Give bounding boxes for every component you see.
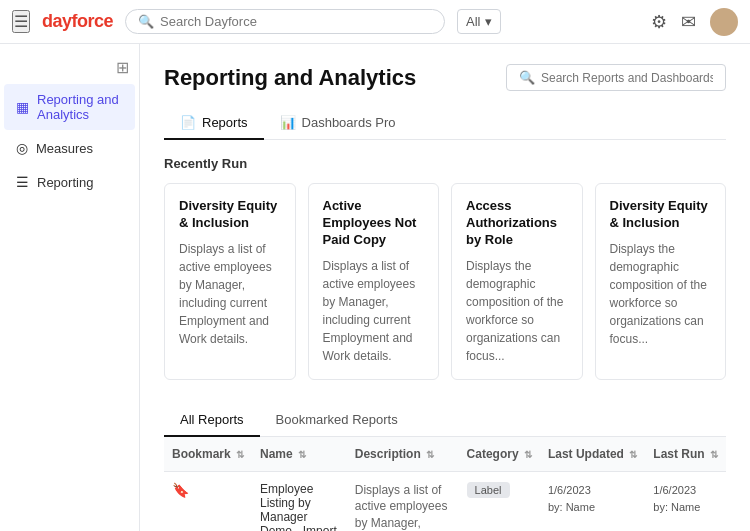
circle-icon: ◎ [16, 140, 28, 156]
cell-category-0: Label [459, 471, 540, 531]
col-description: Description ⇅ [347, 437, 459, 472]
col-last-updated: Last Updated ⇅ [540, 437, 645, 472]
recent-card-0[interactable]: Diversity Equity & Inclusion Displays a … [164, 183, 296, 380]
report-desc-0: Displays a list of active employees by M… [355, 483, 448, 531]
col-name: Name ⇅ [252, 437, 347, 472]
report-name-0[interactable]: Employee Listing by Manager Demo - Impor… [260, 482, 337, 531]
sort-icon-last-run[interactable]: ⇅ [710, 449, 718, 460]
sidebar-item-reporting-analytics[interactable]: ▦ Reporting and Analytics [4, 84, 135, 130]
sidebar-collapse-area: ⊞ [0, 52, 139, 83]
sort-icon-desc[interactable]: ⇅ [426, 449, 434, 460]
user-avatar[interactable] [710, 8, 738, 36]
recently-run-title: Recently Run [164, 156, 726, 171]
col-category: Category ⇅ [459, 437, 540, 472]
main-tabs: 📄 Reports 📊 Dashboards Pro [164, 107, 726, 140]
reports-table: Bookmark ⇅ Name ⇅ Description ⇅ Category… [164, 437, 726, 531]
settings-icon[interactable]: ⚙ [651, 11, 667, 33]
sort-icon-category[interactable]: ⇅ [524, 449, 532, 460]
bookmark-icon-0[interactable]: 🔖 [172, 482, 189, 498]
card-title-1: Active Employees Not Paid Copy [323, 198, 425, 249]
logo-text: dayforce [42, 11, 113, 32]
sidebar-item-label-measures: Measures [36, 141, 93, 156]
recent-card-3[interactable]: Diversity Equity & Inclusion Displays th… [595, 183, 727, 380]
recently-run-section: Recently Run Diversity Equity & Inclusio… [164, 156, 726, 380]
cell-last-updated-0: 1/6/2023by: Name [540, 471, 645, 531]
main-content: Reporting and Analytics 🔍 📄 Reports 📊 Da… [140, 44, 750, 531]
bookmarked-reports-label: Bookmarked Reports [276, 412, 398, 427]
logo: dayforce [42, 11, 113, 32]
tab-reports[interactable]: 📄 Reports [164, 107, 264, 140]
page-title: Reporting and Analytics [164, 65, 416, 91]
chevron-down-icon: ▾ [485, 14, 492, 29]
sidebar: ⊞ ▦ Reporting and Analytics ◎ Measures ☰… [0, 44, 140, 531]
card-title-3: Diversity Equity & Inclusion [610, 198, 712, 232]
category-badge-0: Label [467, 482, 510, 498]
card-desc-1: Displays a list of active employees by M… [323, 257, 425, 365]
table-header-row: Bookmark ⇅ Name ⇅ Description ⇅ Category… [164, 437, 726, 472]
chart-icon: ▦ [16, 99, 29, 115]
col-bookmark: Bookmark ⇅ [164, 437, 252, 472]
search-reports-icon: 🔍 [519, 70, 535, 85]
global-search-input[interactable] [160, 14, 432, 29]
last-run-0: 1/6/2023by: Name [653, 482, 718, 517]
doc-icon: ☰ [16, 174, 29, 190]
table-row: 🔖 Employee Listing by Manager Demo - Imp… [164, 471, 726, 531]
card-title-2: Access Authorizations by Role [466, 198, 568, 249]
sort-icon-bookmark[interactable]: ⇅ [236, 449, 244, 460]
app-layout: ⊞ ▦ Reporting and Analytics ◎ Measures ☰… [0, 44, 750, 531]
global-search-bar[interactable]: 🔍 [125, 9, 445, 34]
sort-icon-updated[interactable]: ⇅ [629, 449, 637, 460]
last-updated-0: 1/6/2023by: Name [548, 482, 637, 517]
recently-run-cards: Diversity Equity & Inclusion Displays a … [164, 183, 726, 380]
reports-tabs: All Reports Bookmarked Reports [164, 404, 726, 437]
recent-card-2[interactable]: Access Authorizations by Role Displays t… [451, 183, 583, 380]
reports-tab-all[interactable]: All Reports [164, 404, 260, 437]
sidebar-item-measures[interactable]: ◎ Measures [4, 132, 135, 164]
reports-tab-bookmarked[interactable]: Bookmarked Reports [260, 404, 414, 437]
all-dropdown[interactable]: All ▾ [457, 9, 500, 34]
recent-card-1[interactable]: Active Employees Not Paid Copy Displays … [308, 183, 440, 380]
nav-icons: ⚙ ✉ [651, 8, 738, 36]
tab-dashboards-label: Dashboards Pro [302, 115, 396, 130]
cell-bookmark-0[interactable]: 🔖 [164, 471, 252, 531]
reports-search-input[interactable] [541, 71, 713, 85]
cell-desc-0: Displays a list of active employees by M… [347, 471, 459, 531]
sidebar-item-reporting[interactable]: ☰ Reporting [4, 166, 135, 198]
top-nav: ☰ dayforce 🔍 All ▾ ⚙ ✉ [0, 0, 750, 44]
hamburger-button[interactable]: ☰ [12, 10, 30, 33]
card-desc-0: Displays a list of active employees by M… [179, 240, 281, 348]
cell-last-run-0: 1/6/2023by: Name [645, 471, 726, 531]
page-header: Reporting and Analytics 🔍 [164, 64, 726, 91]
reports-tab-icon: 📄 [180, 115, 196, 130]
col-last-run: Last Run ⇅ [645, 437, 726, 472]
search-icon: 🔍 [138, 14, 154, 29]
all-dropdown-label: All [466, 14, 480, 29]
card-desc-3: Displays the demographic composition of … [610, 240, 712, 348]
sidebar-collapse-button[interactable]: ⊞ [116, 58, 129, 77]
cell-name-0: Employee Listing by Manager Demo - Impor… [252, 471, 347, 531]
card-desc-2: Displays the demographic composition of … [466, 257, 568, 365]
tab-dashboards-pro[interactable]: 📊 Dashboards Pro [264, 107, 412, 140]
mail-icon[interactable]: ✉ [681, 11, 696, 33]
sidebar-item-label-reporting2: Reporting [37, 175, 93, 190]
card-title-0: Diversity Equity & Inclusion [179, 198, 281, 232]
sidebar-item-label-reporting: Reporting and Analytics [37, 92, 123, 122]
reports-search-bar[interactable]: 🔍 [506, 64, 726, 91]
sort-icon-name[interactable]: ⇅ [298, 449, 306, 460]
all-reports-label: All Reports [180, 412, 244, 427]
dashboards-tab-icon: 📊 [280, 115, 296, 130]
tab-reports-label: Reports [202, 115, 248, 130]
